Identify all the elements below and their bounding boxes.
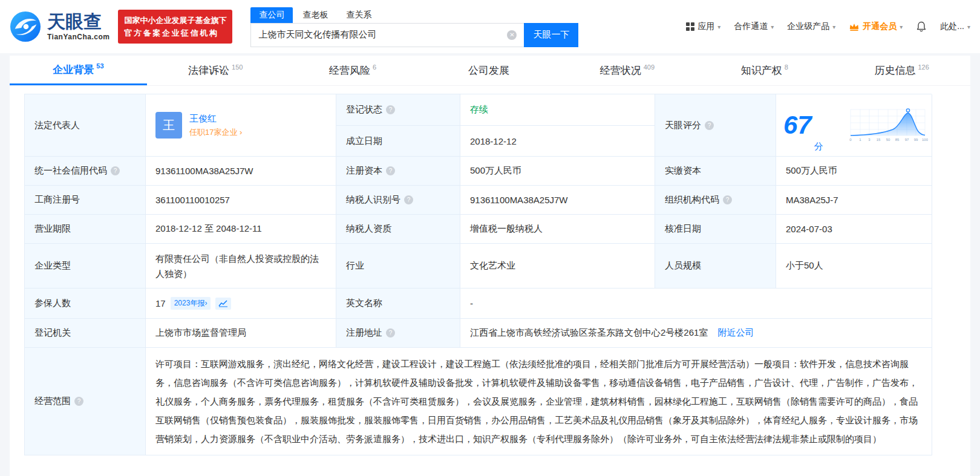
field-label-taxpayer-id: 纳税人识别号 ? — [336, 186, 460, 215]
search-input[interactable] — [251, 30, 507, 40]
annual-report-tag[interactable]: 2023年报› — [171, 297, 211, 310]
notification-bell-icon[interactable] — [916, 21, 927, 33]
field-value-insured-count: 17 2023年报› — [146, 289, 336, 319]
field-value-tianyan-score: 67 分 01 315 — [776, 94, 932, 157]
field-value-business-term: 2018-12-12 至 2048-12-11 — [146, 215, 336, 244]
field-value-industry: 文化艺术业 — [460, 244, 655, 289]
field-value-english-name: - — [460, 289, 932, 319]
search-input-wrap: ✕ — [250, 23, 524, 47]
svg-text:97: 97 — [905, 138, 909, 142]
tab-count: 126 — [918, 64, 929, 71]
help-icon[interactable]: ? — [723, 195, 732, 204]
svg-text:1: 1 — [859, 138, 861, 142]
field-label-establishment-date: 成立日期 — [336, 126, 460, 157]
help-icon[interactable]: ? — [386, 105, 395, 114]
menu-enterprise-products[interactable]: 企业级产品 ▾ — [787, 21, 835, 32]
tab-count: 6 — [373, 64, 376, 71]
field-value-business-registration-number: 361100110010257 — [146, 186, 336, 215]
legal-rep-link[interactable]: 王俊红 — [189, 113, 242, 125]
tab-count: 8 — [785, 64, 788, 71]
avatar[interactable]: 王 — [155, 112, 182, 139]
field-value-registered-address: 江西省上饶市高铁经济试验区茶圣东路文创中心2号楼261室 附近公司 — [460, 319, 932, 348]
tab-label: 法律诉讼 — [188, 64, 229, 77]
help-icon[interactable]: ? — [386, 166, 395, 175]
menu-vip-label: 开通会员 — [863, 21, 897, 32]
search-tab-boss[interactable]: 查老板 — [294, 7, 336, 23]
field-label-legal-representative: 法定代表人 — [25, 94, 146, 157]
svg-text:3: 3 — [868, 138, 871, 142]
svg-text:100: 100 — [922, 138, 928, 142]
company-info-table: 法定代表人 王 王俊红 任职17家企业 › 登记状态 ? 存续 成立日期 201… — [24, 94, 932, 455]
nearby-companies-link[interactable]: 附近公司 — [717, 327, 754, 339]
tab-operating-status[interactable]: 经营状况 409 — [558, 56, 696, 85]
field-value-legal-representative: 王 王俊红 任职17家企业 › — [146, 94, 336, 157]
field-label-business-scope: 经营范围 ? — [25, 348, 146, 455]
svg-text:99: 99 — [914, 138, 918, 142]
field-label-registered-address: 注册地址 ? — [336, 319, 460, 348]
field-label-organization-code: 组织机构代码 ? — [655, 186, 776, 215]
field-label-approval-date: 核准日期 — [655, 215, 776, 244]
apps-grid-icon — [686, 22, 694, 31]
top-menu: 应用 ▾ 合作通道 ▾ 企业级产品 ▾ 开通会员 ▾ 此处... — [686, 21, 970, 33]
field-value-staff-size: 小于50人 — [776, 244, 932, 289]
field-label-registration-authority: 登记机关 — [25, 319, 146, 348]
tab-label: 公司发展 — [468, 64, 509, 77]
certification-badge: 国家中小企业发展子基金旗下 官方备案企业征信机构 — [118, 10, 232, 44]
menu-apps[interactable]: 应用 ▾ — [686, 21, 720, 32]
field-label-tianyan-score: 天眼评分 ? — [655, 94, 776, 157]
line-chart-icon — [218, 300, 228, 307]
badge-line1: 国家中小企业发展子基金旗下 — [124, 14, 226, 27]
field-value-paid-in-capital: 500万人民币 — [776, 157, 932, 186]
search-tabs: 查公司 查老板 查关系 — [250, 7, 578, 23]
clear-search-icon[interactable]: ✕ — [507, 30, 517, 40]
help-icon[interactable]: ? — [74, 397, 83, 406]
tab-count: 409 — [644, 64, 655, 71]
field-label-taxpayer-qualification: 纳税人资质 — [336, 215, 460, 244]
chevron-down-icon: ▾ — [900, 24, 903, 30]
help-icon[interactable]: ? — [705, 121, 714, 130]
search-block: 查公司 查老板 查关系 ✕ 天眼一下 — [250, 7, 578, 47]
field-value-company-type: 有限责任公司（非自然人投资或控股的法人独资） — [146, 244, 336, 289]
logo-domain: TianYanCha.com — [47, 33, 109, 41]
tab-count: 150 — [232, 64, 243, 71]
field-label-industry: 行业 — [336, 244, 460, 289]
score-unit: 分 — [814, 141, 823, 152]
field-label-registration-status: 登记状态 ? — [336, 94, 460, 126]
field-label-unified-credit-code: 统一社会信用代码 ? — [25, 157, 146, 186]
search-button[interactable]: 天眼一下 — [524, 23, 578, 47]
help-icon[interactable]: ? — [404, 195, 413, 204]
search-tab-relation[interactable]: 查关系 — [338, 7, 380, 23]
help-icon[interactable]: ? — [111, 166, 120, 175]
positions-link[interactable]: 任职17家企业 › — [189, 127, 242, 138]
chevron-down-icon: ▾ — [832, 24, 835, 30]
tab-company-background[interactable]: 企业背景 53 — [10, 56, 147, 85]
company-info-panel: 法定代表人 王 王俊红 任职17家企业 › 登记状态 ? 存续 成立日期 201… — [10, 86, 970, 476]
search-tab-company[interactable]: 查公司 — [250, 7, 293, 23]
tianyancha-logo[interactable]: 天眼查 TianYanCha.com — [10, 11, 109, 42]
help-icon[interactable]: ? — [386, 328, 395, 337]
badge-line2: 官方备案企业征信机构 — [124, 27, 226, 39]
menu-account[interactable]: 此处... ▾ — [940, 21, 970, 32]
menu-cooperation[interactable]: 合作通道 ▾ — [734, 21, 774, 32]
field-label-business-term: 营业期限 — [25, 215, 146, 244]
status-badge: 存续 — [470, 104, 488, 116]
tab-business-risk[interactable]: 经营风险 6 — [284, 56, 422, 85]
insured-trend-chart-button[interactable] — [215, 298, 231, 310]
tab-legal-proceedings[interactable]: 法律诉讼 150 — [147, 56, 284, 85]
field-label-company-type: 企业类型 — [25, 244, 146, 289]
tab-label: 经营状况 — [600, 64, 641, 77]
tab-intellectual-property[interactable]: 知识产权 8 — [696, 56, 833, 85]
tab-company-development[interactable]: 公司发展 — [422, 56, 559, 85]
tab-count: 53 — [96, 62, 103, 70]
tab-label: 企业背景 — [53, 63, 94, 77]
field-value-approval-date: 2024-07-03 — [776, 215, 932, 244]
chevron-down-icon: ▾ — [967, 24, 970, 30]
tab-history-info[interactable]: 历史信息 126 — [833, 56, 970, 85]
menu-vip[interactable]: 开通会员 ▾ — [849, 21, 903, 32]
field-label-insured-count: 参保人数 — [25, 289, 146, 319]
crown-icon — [849, 22, 860, 31]
field-value-organization-code: MA38A25J-7 — [776, 186, 932, 215]
score-curve-chart: 01 315 5085 9799 100 — [848, 108, 928, 143]
tab-label: 知识产权 — [741, 64, 782, 77]
chevron-down-icon: ▾ — [717, 24, 720, 30]
